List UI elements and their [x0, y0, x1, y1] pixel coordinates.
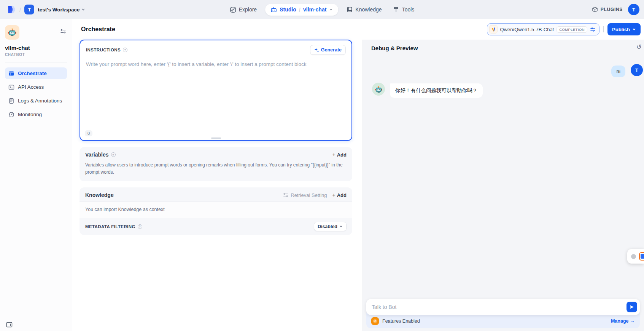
chat-input-container [366, 299, 640, 315]
chevron-down-icon [81, 8, 85, 11]
manage-label: Manage [611, 318, 629, 324]
nav-studio-label: Studio [280, 6, 296, 13]
chat-message-bot: 你好！有什么问题我可以帮助你吗？ [363, 83, 644, 98]
retrieval-setting-button[interactable]: Retrieval Setting [283, 192, 327, 198]
workspace-name: test's Workspace [38, 7, 80, 13]
app-sidebar: vllm-chat CHATBOT Orchestrate API Access [0, 19, 72, 331]
nav-knowledge[interactable]: Knowledge [343, 4, 385, 15]
explore-icon [230, 6, 236, 13]
app-icon[interactable] [5, 25, 19, 40]
app-operations-icon[interactable] [60, 28, 66, 34]
orchestrate-panel: INSTRUCTIONS ? Generate Write your promp… [72, 40, 363, 331]
collapse-sidebar-icon[interactable] [6, 322, 13, 328]
chat-input[interactable] [372, 304, 627, 310]
sparkles-icon [314, 48, 319, 53]
model-mode-badge: COMPLETION [557, 26, 587, 33]
publish-button[interactable]: Publish [607, 23, 641, 35]
user-avatar[interactable]: T [628, 4, 639, 15]
dify-logo[interactable] [6, 5, 16, 14]
window-grid-icon [8, 70, 14, 77]
knowledge-title: Knowledge [85, 192, 114, 198]
add-label: Add [337, 192, 347, 198]
extension-logo-icon[interactable] [639, 252, 644, 261]
divider [603, 26, 604, 32]
retrieval-setting-label: Retrieval Setting [291, 192, 327, 198]
main-nav: Explore Studio / vllm-chat Knowledge [227, 0, 418, 19]
sidebar-item-monitoring[interactable]: Monitoring [5, 109, 67, 120]
user-message-avatar: T [631, 64, 643, 76]
debug-preview-panel: Debug & Preview ↺ hi T [363, 40, 644, 331]
nav-tools-label: Tools [402, 6, 415, 13]
nav-tools[interactable]: Tools [390, 4, 418, 15]
breadcrumb-separator: / [299, 6, 301, 13]
plus-icon: + [332, 152, 336, 157]
plus-icon: + [332, 192, 336, 198]
add-knowledge-button[interactable]: + Add [332, 192, 347, 198]
nav-current-app: vllm-chat [303, 6, 326, 13]
workspace-avatar[interactable]: T [24, 5, 34, 14]
robot-icon [270, 6, 277, 13]
features-enabled-label: Features Enabled [382, 318, 420, 324]
vllm-logo [489, 25, 498, 34]
metadata-filtering-row: METADATA FILTERING ? Disabled [80, 218, 352, 235]
plugins-label: PLUGINS [601, 7, 623, 12]
floating-extension-widget[interactable] [627, 249, 644, 264]
instructions-panel: INSTRUCTIONS ? Generate Write your promp… [80, 40, 352, 141]
sidebar-item-api-access[interactable]: API Access [5, 81, 67, 93]
chat-area: hi T [363, 54, 644, 299]
sliders-icon [283, 192, 288, 198]
metadata-filtering-dropdown[interactable]: Disabled [314, 222, 347, 231]
model-parameters-icon[interactable] [590, 27, 596, 32]
nav-knowledge-label: Knowledge [355, 6, 382, 13]
help-icon[interactable]: ? [138, 224, 142, 229]
workspace-selector[interactable]: test's Workspace [38, 7, 85, 13]
citation-feature-icon [371, 317, 379, 325]
paper-plane-icon [629, 304, 634, 310]
extension-dot-icon[interactable] [631, 254, 636, 259]
gauge-icon [8, 112, 14, 118]
knowledge-section: Knowledge Retrieval Setting + [80, 187, 352, 235]
book-icon [347, 6, 353, 13]
model-selector[interactable]: Qwen/Qwen1.5-7B-Chat COMPLETION [487, 23, 599, 35]
app-type-label: CHATBOT [5, 53, 67, 57]
manage-features-link[interactable]: Manage → [611, 318, 635, 324]
nav-studio[interactable]: Studio / vllm-chat [265, 4, 338, 16]
generate-button[interactable]: Generate [310, 45, 346, 55]
metadata-filtering-value: Disabled [318, 224, 337, 229]
add-variable-button[interactable]: + Add [332, 152, 347, 158]
help-icon[interactable]: ? [111, 152, 116, 157]
user-message-bubble: hi [611, 66, 625, 77]
debug-preview-title: Debug & Preview [371, 45, 418, 51]
arrow-right-icon: → [630, 318, 635, 324]
terminal-icon [8, 84, 14, 90]
document-icon [8, 98, 14, 104]
cube-icon [592, 6, 598, 13]
breadcrumb-separator: / [19, 6, 21, 13]
restart-conversation-icon[interactable]: ↺ [636, 44, 642, 50]
send-button[interactable] [627, 302, 637, 312]
app-name: vllm-chat [5, 45, 67, 51]
nav-explore[interactable]: Explore [227, 4, 260, 15]
page-title: Orchestrate [81, 26, 115, 33]
metadata-filtering-label: METADATA FILTERING [85, 224, 135, 229]
chevron-down-icon [339, 225, 343, 228]
divider [5, 62, 67, 62]
knowledge-description: You can import Knowledge as context [80, 201, 352, 218]
top-navigation-bar: / T test's Workspace Explore [0, 0, 644, 19]
add-label: Add [337, 152, 347, 158]
resize-handle[interactable] [211, 138, 221, 139]
sidebar-item-label: API Access [18, 84, 44, 90]
prompt-editor[interactable]: Write your prompt word here, enter '{' t… [86, 61, 346, 67]
hammer-icon [393, 6, 399, 13]
bot-avatar [372, 83, 385, 96]
sidebar-item-orchestrate[interactable]: Orchestrate [5, 67, 67, 79]
plugins-button[interactable]: PLUGINS [592, 6, 623, 13]
sidebar-item-label: Orchestrate [18, 70, 47, 76]
sidebar-item-label: Logs & Annotations [18, 98, 62, 104]
publish-label: Publish [612, 27, 630, 32]
model-name: Qwen/Qwen1.5-7B-Chat [500, 27, 554, 32]
sidebar-item-logs-annotations[interactable]: Logs & Annotations [5, 95, 67, 107]
chevron-down-icon[interactable] [329, 8, 333, 11]
help-icon[interactable]: ? [123, 48, 127, 52]
variables-section: Variables ? + Add Variables allow users … [80, 147, 352, 181]
